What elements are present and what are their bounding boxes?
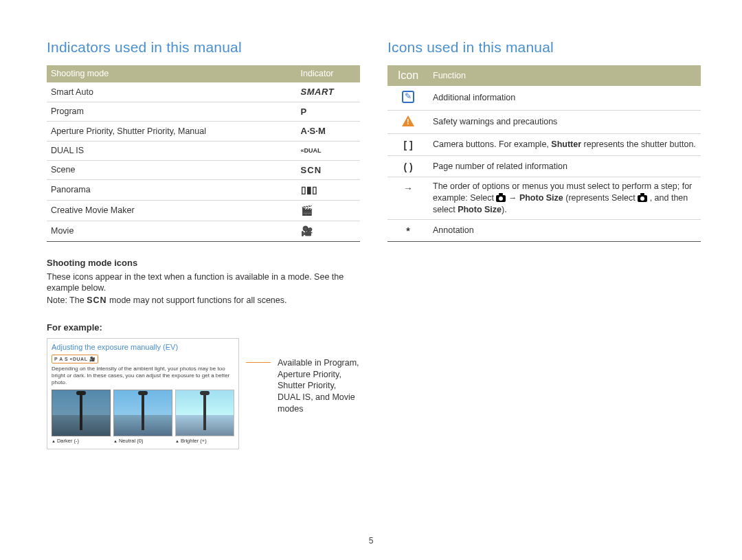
thumb-darker: Darker (-): [52, 390, 111, 445]
heading-indicators: Indicators used in this manual: [47, 38, 360, 57]
table-row: Panorama▯▮▯: [47, 180, 360, 201]
mode-cell: DUAL IS: [47, 141, 297, 160]
example-title: Adjusting the exposure manually (EV): [52, 342, 234, 352]
table-row: Smart AutoSMART: [47, 82, 360, 102]
mode-cell: Smart Auto: [47, 82, 297, 102]
arrow-icon: →: [387, 177, 429, 220]
table-row: →The order of options or menus you must …: [387, 177, 701, 220]
subhead-example: For example:: [47, 322, 360, 334]
indicator-cell: SMART: [297, 82, 360, 102]
leader-line: [246, 362, 271, 363]
table-row: SceneSCN: [47, 160, 360, 180]
function-cell: Safety warnings and precautions: [429, 110, 701, 133]
indicator-cell: SCN: [297, 160, 360, 180]
th-shooting-mode: Shooting mode: [47, 65, 297, 82]
example-badge: P A S «DUAL 🎥: [52, 355, 98, 363]
thumb-neutral: Neutral (0): [113, 390, 172, 445]
th-indicator: Indicator: [297, 65, 360, 82]
function-cell: The order of options or menus you must s…: [429, 177, 701, 220]
table-row: DUAL IS«DUAL: [47, 141, 360, 160]
indicator-cell: 🎥: [297, 221, 360, 242]
table-row: ( )Page number of related information: [387, 155, 701, 177]
mode-cell: Program: [47, 102, 297, 122]
para-icons-desc: These icons appear in the text when a fu…: [47, 271, 360, 295]
table-row: Safety warnings and precautions: [387, 110, 701, 133]
warning-icon: [387, 110, 429, 133]
scn-inline-icon: SCN: [87, 295, 106, 305]
note-icon: [387, 86, 429, 110]
table-row: [ ]Camera buttons. For example, Shutter …: [387, 133, 701, 155]
indicator-cell: ▯▮▯: [297, 180, 360, 201]
function-cell: Annotation: [429, 220, 701, 242]
th-icon: Icon: [387, 65, 429, 86]
function-cell: Page number of related information: [429, 155, 701, 177]
example-box: Adjusting the exposure manually (EV) P A…: [47, 338, 239, 449]
camera-icon: [638, 195, 647, 202]
table-row: Movie🎥: [47, 221, 360, 242]
mode-cell: Panorama: [47, 180, 297, 201]
symbol-icon: [ ]: [387, 133, 429, 155]
subhead-icons: Shooting mode icons: [47, 257, 360, 269]
indicator-cell: P: [297, 102, 360, 122]
indicator-cell: «DUAL: [297, 141, 360, 160]
table-row: *Annotation: [387, 220, 701, 242]
indicator-cell: A·S·M: [297, 122, 360, 142]
th-function: Function: [429, 65, 701, 86]
mode-cell: Creative Movie Maker: [47, 201, 297, 221]
page-number: 5: [369, 535, 374, 546]
indicators-table: Shooting mode Indicator Smart AutoSMARTP…: [47, 65, 360, 242]
thumb-brighter: Brighter (+): [175, 390, 234, 445]
symbol-icon: ( ): [387, 155, 429, 177]
camera-icon: [496, 195, 506, 202]
symbol-icon: *: [387, 220, 429, 242]
icons-table: Icon Function Additional informationSafe…: [387, 65, 701, 242]
mode-cell: Scene: [47, 160, 297, 180]
mode-cell: Movie: [47, 221, 297, 242]
table-row: Creative Movie Maker🎬: [47, 201, 360, 221]
function-cell: Additional information: [429, 86, 701, 110]
mode-cell: Aperture Priority, Shutter Priority, Man…: [47, 122, 297, 142]
table-row: Additional information: [387, 86, 701, 110]
example-text: Depending on the intensity of the ambien…: [52, 366, 234, 386]
indicator-cell: 🎬: [297, 201, 360, 221]
heading-icons: Icons used in this manual: [387, 38, 701, 57]
table-row: Aperture Priority, Shutter Priority, Man…: [47, 122, 360, 142]
table-row: ProgramP: [47, 102, 360, 122]
function-cell: Camera buttons. For example, Shutter rep…: [429, 133, 701, 155]
para-note: Note: The SCN mode may not support funct…: [47, 295, 360, 306]
example-side-text: Available in Program, Aperture Priority,…: [278, 357, 360, 415]
